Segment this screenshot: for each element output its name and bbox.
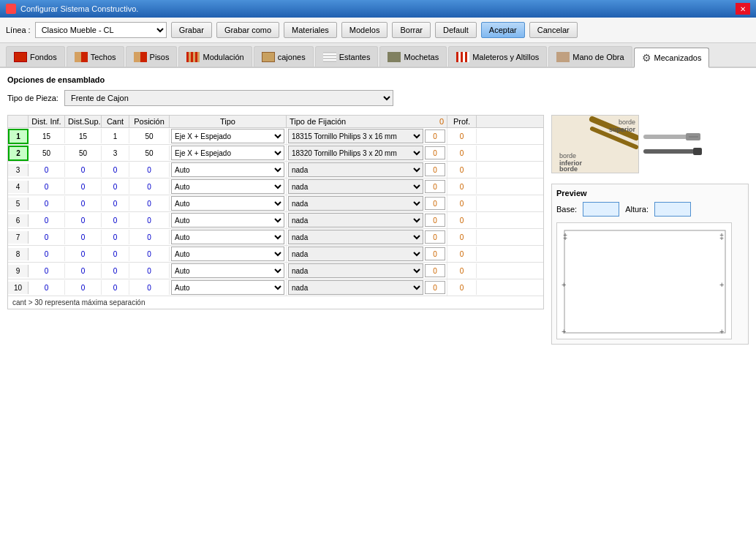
cant-9[interactable] [103, 281, 127, 294]
tipo-select-5[interactable]: AutoEje X + EspejadoEje XEje YEje Y + Es… [171, 213, 284, 227]
prof-5[interactable] [449, 214, 475, 227]
dist-inf-2[interactable] [30, 163, 63, 176]
tipo-select-1[interactable]: AutoEje X + EspejadoEje XEje YEje Y + Es… [171, 146, 284, 160]
tab-pisos[interactable]: Pisos [126, 46, 178, 67]
close-button[interactable]: ✕ [736, 3, 750, 15]
cant-4[interactable] [103, 197, 127, 210]
posicion-8[interactable] [131, 264, 167, 277]
tab-mochetas[interactable]: Mochetas [379, 46, 447, 67]
posicion-0[interactable] [131, 129, 167, 143]
fijacion-select-8[interactable]: nada18315 Tornillo Philips 3 x 16 mm1832… [288, 263, 423, 278]
fij-val-6[interactable] [425, 230, 445, 244]
fijacion-select-3[interactable]: nada18315 Tornillo Philips 3 x 16 mm1832… [288, 179, 423, 194]
grabar-como-button[interactable]: Grabar como [216, 22, 279, 38]
grabar-button[interactable]: Grabar [171, 22, 212, 38]
tipo-pieza-select[interactable]: Frente de Cajon [64, 90, 393, 106]
fijacion-select-4[interactable]: nada18315 Tornillo Philips 3 x 16 mm1832… [288, 196, 423, 211]
default-button[interactable]: Default [435, 22, 477, 38]
tipo-select-7[interactable]: AutoEje X + EspejadoEje XEje YEje Y + Es… [171, 247, 284, 261]
cant-5[interactable] [103, 214, 127, 227]
fij-val-3[interactable] [425, 180, 445, 193]
cant-0[interactable] [103, 129, 127, 143]
tipo-select-9[interactable]: AutoEje X + EspejadoEje XEje YEje Y + Es… [171, 280, 284, 295]
cant-3[interactable] [103, 180, 127, 193]
base-input[interactable]: 1000 [583, 202, 619, 217]
altura-input[interactable]: 600 [654, 202, 691, 217]
fij-val-2[interactable] [425, 163, 445, 176]
fijacion-select-5[interactable]: nada18315 Tornillo Philips 3 x 16 mm1832… [288, 213, 423, 227]
tipo-select-2[interactable]: AutoEje X + EspejadoEje XEje YEje Y + Es… [171, 162, 284, 177]
posicion-5[interactable] [131, 214, 167, 227]
tipo-select-4[interactable]: AutoEje X + EspejadoEje XEje YEje Y + Es… [171, 196, 284, 211]
prof-8[interactable] [449, 264, 475, 277]
dist-inf-3[interactable] [30, 180, 63, 193]
dist-sup-9[interactable] [67, 281, 99, 294]
prof-3[interactable] [449, 180, 475, 193]
tab-cajones[interactable]: cajones [254, 46, 314, 67]
fijacion-select-1[interactable]: 18320 Tornillo Philips 3 x 20 mmnada1831… [288, 146, 423, 160]
fij-val-7[interactable] [425, 247, 445, 260]
dist-sup-5[interactable] [67, 214, 99, 227]
fijacion-select-7[interactable]: nada18315 Tornillo Philips 3 x 16 mm1832… [288, 247, 423, 261]
prof-9[interactable] [449, 281, 475, 294]
dist-sup-4[interactable] [67, 197, 99, 210]
cant-2[interactable] [103, 163, 127, 176]
fij-val-5[interactable] [425, 214, 445, 227]
tab-maleteros[interactable]: Maleteros y Altillos [448, 46, 547, 67]
prof-4[interactable] [449, 197, 475, 210]
dist-inf-0[interactable] [30, 129, 63, 143]
cant-8[interactable] [103, 264, 127, 277]
dist-sup-2[interactable] [67, 163, 99, 176]
tipo-select-6[interactable]: AutoEje X + EspejadoEje XEje YEje Y + Es… [171, 230, 284, 244]
tab-mano-obra[interactable]: Mano de Obra [548, 46, 632, 67]
posicion-9[interactable] [131, 281, 167, 294]
fij-val-4[interactable] [425, 197, 445, 210]
posicion-3[interactable] [131, 180, 167, 193]
tipo-select-3[interactable]: AutoEje X + EspejadoEje XEje YEje Y + Es… [171, 179, 284, 194]
prof-0[interactable] [449, 129, 475, 143]
fijacion-select-0[interactable]: 18315 Tornillo Philips 3 x 16 mmnada1832… [288, 129, 423, 143]
fij-val-0[interactable] [425, 129, 445, 143]
tab-techos[interactable]: Techos [67, 46, 124, 67]
fijacion-select-6[interactable]: nada18315 Tornillo Philips 3 x 16 mm1832… [288, 230, 423, 244]
tab-mecanizados[interactable]: ⚙ Mecanizados [634, 48, 710, 68]
dist-inf-9[interactable] [30, 281, 63, 294]
tipo-select-0[interactable]: AutoEje X + EspejadoEje XEje YEje Y + Es… [171, 129, 284, 143]
cant-6[interactable] [103, 230, 127, 244]
dist-sup-7[interactable] [67, 247, 99, 260]
dist-inf-5[interactable] [30, 214, 63, 227]
fij-val-9[interactable] [425, 281, 445, 294]
posicion-7[interactable] [131, 247, 167, 260]
dist-sup-3[interactable] [67, 180, 99, 193]
aceptar-button[interactable]: Aceptar [481, 22, 525, 38]
fijacion-select-2[interactable]: nada18315 Tornillo Philips 3 x 16 mm1832… [288, 162, 423, 177]
dist-inf-1[interactable] [30, 146, 63, 159]
prof-2[interactable] [449, 163, 475, 176]
tipo-select-8[interactable]: AutoEje X + EspejadoEje XEje YEje Y + Es… [171, 263, 284, 278]
cant-7[interactable] [103, 247, 127, 260]
prof-6[interactable] [449, 230, 475, 244]
posicion-4[interactable] [131, 197, 167, 210]
linea-select[interactable]: Clasico Mueble - CL [35, 22, 167, 38]
cancelar-button[interactable]: Cancelar [529, 22, 578, 38]
cant-1[interactable] [103, 146, 127, 159]
tab-estantes[interactable]: Estantes [315, 46, 379, 67]
posicion-2[interactable] [131, 163, 167, 176]
prof-7[interactable] [449, 247, 475, 260]
dist-inf-7[interactable] [30, 247, 63, 260]
dist-sup-6[interactable] [67, 230, 99, 244]
dist-inf-4[interactable] [30, 197, 63, 210]
dist-inf-6[interactable] [30, 230, 63, 244]
dist-sup-0[interactable] [67, 129, 99, 143]
posicion-6[interactable] [131, 230, 167, 244]
posicion-1[interactable] [131, 146, 167, 159]
materiales-button[interactable]: Materiales [284, 22, 337, 38]
dist-sup-1[interactable] [67, 146, 99, 159]
fijacion-select-9[interactable]: nada18315 Tornillo Philips 3 x 16 mm1832… [288, 280, 423, 295]
tab-modulacion[interactable]: Modulación [178, 46, 252, 67]
modelos-button[interactable]: Modelos [341, 22, 388, 38]
dist-inf-8[interactable] [30, 264, 63, 277]
tab-fondos[interactable]: Fondos [6, 46, 65, 67]
fij-val-1[interactable] [425, 146, 445, 159]
fij-val-8[interactable] [425, 264, 445, 277]
